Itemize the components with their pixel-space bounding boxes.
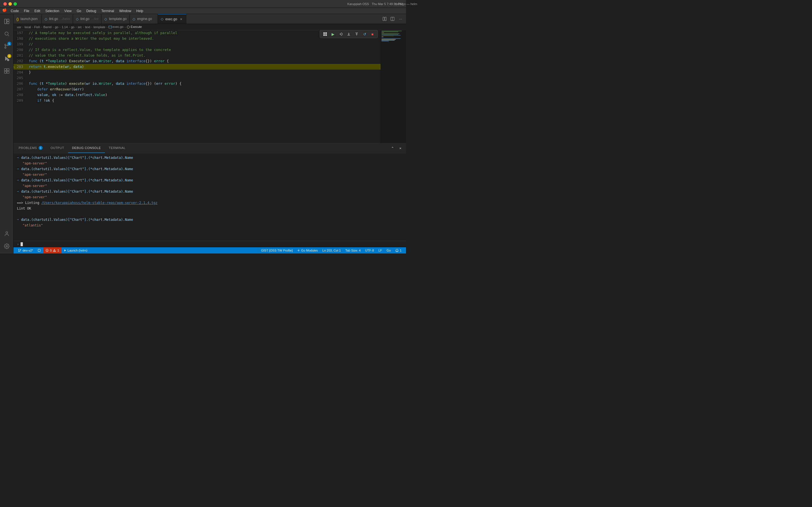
- tab-bar-actions: ···: [381, 14, 406, 24]
- svg-rect-12: [4, 69, 6, 71]
- panel-tab-output[interactable]: OUTPUT: [47, 144, 68, 153]
- extensions-icon[interactable]: [2, 66, 12, 76]
- tab-lint-lint[interactable]: ◇ lint.go .../lint: [73, 14, 101, 24]
- debug-out-button[interactable]: [353, 31, 360, 37]
- status-debug-label: Launch (helm): [68, 249, 87, 252]
- status-errors[interactable]: 0 1: [43, 247, 61, 253]
- account-icon[interactable]: [2, 229, 12, 239]
- panel-content: → data.(chartutil.Values)["Chart"].(*cha…: [13, 153, 406, 241]
- menu-debug[interactable]: Debug: [84, 8, 98, 13]
- status-gist[interactable]: GIST [OSS TW Profile]: [259, 247, 295, 253]
- menu-edit[interactable]: Edit: [32, 8, 43, 13]
- layout-button[interactable]: [389, 15, 396, 22]
- panel-tab-actions: ⌃ ×: [381, 144, 406, 153]
- debug-into-button[interactable]: [345, 31, 352, 37]
- lint-link[interactable]: /Users/karuppiahoss/helm-stable-repo/apm…: [42, 201, 158, 205]
- breadcrumb-go2[interactable]: go: [71, 25, 74, 29]
- status-go-modules-label: Go Modules: [301, 249, 318, 252]
- breadcrumb-barrel[interactable]: Barrel: [43, 25, 52, 29]
- svg-rect-24: [325, 33, 327, 34]
- panel-tab-debug-console[interactable]: DEBUG CONSOLE: [68, 144, 105, 153]
- status-sync[interactable]: [35, 247, 43, 253]
- debug-line-4: → data.(chartutil.Values)["Chart"].(*cha…: [17, 189, 403, 194]
- source-control-icon[interactable]: 1: [2, 41, 12, 51]
- breadcrumb-execute[interactable]: Execute: [126, 25, 142, 29]
- tab-template-go[interactable]: ◇ template.go: [101, 14, 130, 24]
- panel-input-row[interactable]: ›: [13, 241, 406, 247]
- explorer-icon[interactable]: [2, 16, 12, 26]
- activity-bar: 1 1: [0, 14, 13, 253]
- debug-restart-button[interactable]: ↺: [361, 31, 368, 37]
- menu-window[interactable]: Window: [117, 8, 134, 13]
- panel-tab-problems[interactable]: PROBLEMS 1: [15, 144, 47, 153]
- status-encoding[interactable]: UTF-8: [363, 247, 376, 253]
- debug-value-3: "apm-server": [17, 183, 403, 189]
- problems-badge: 1: [39, 146, 43, 150]
- menu-help[interactable]: Help: [134, 8, 146, 13]
- tab-exec-go[interactable]: ◇ exec.go ×: [158, 14, 186, 24]
- debug-over-button[interactable]: [338, 31, 344, 37]
- menu-file[interactable]: File: [22, 8, 32, 13]
- more-actions-button[interactable]: ···: [397, 15, 404, 22]
- breadcrumb-usr[interactable]: usr: [17, 25, 21, 29]
- status-go-modules[interactable]: Go Modules: [295, 247, 320, 253]
- status-line-ending[interactable]: LF: [376, 247, 384, 253]
- titlebar: exec.go — helm Karuppiah OSS Thu Mar 5 7…: [0, 0, 406, 8]
- code-line-200: 200 // If data is a reflect.Value, the t…: [13, 47, 380, 53]
- settings-icon[interactable]: [2, 241, 12, 251]
- split-editor-button[interactable]: [381, 15, 388, 22]
- search-icon[interactable]: [2, 29, 12, 39]
- code-line-201: 201 // value that the reflect.Value hold…: [13, 53, 380, 58]
- status-language[interactable]: Go: [384, 247, 393, 253]
- breadcrumb-114[interactable]: 1.14: [62, 25, 68, 29]
- status-debug[interactable]: Launch (helm): [61, 247, 90, 253]
- tab-close-exec[interactable]: ×: [179, 17, 183, 21]
- tab-launch-json[interactable]: {} launch.json: [13, 14, 42, 24]
- debug-icon[interactable]: 1: [2, 54, 12, 64]
- svg-rect-2: [7, 22, 9, 24]
- panel-cursor: [20, 242, 23, 246]
- breadcrumb-src[interactable]: src: [78, 25, 82, 29]
- menu-selection[interactable]: Selection: [43, 8, 61, 13]
- panel-tab-problems-label: PROBLEMS: [18, 146, 37, 150]
- breadcrumb-local[interactable]: local: [24, 25, 31, 29]
- menu-terminal[interactable]: Terminal: [99, 8, 116, 13]
- tab-icon-lint-helm: ◇: [45, 17, 47, 21]
- code-content[interactable]: 197 // A template may be executed safely…: [13, 30, 380, 143]
- status-tab-size-label: Tab Size: 4: [345, 249, 361, 252]
- maximize-button[interactable]: [13, 2, 17, 6]
- code-line-204: 204 }: [13, 69, 380, 75]
- empty-line: [17, 211, 403, 217]
- debug-grid-button[interactable]: [322, 31, 328, 37]
- titlebar-right: Karuppiah OSS Thu Mar 5 7:49:31 PM: [347, 2, 403, 6]
- panel-close-button[interactable]: ×: [397, 145, 404, 151]
- menu-go[interactable]: Go: [74, 8, 84, 13]
- status-notifications[interactable]: 1: [393, 247, 404, 253]
- svg-point-27: [18, 249, 19, 250]
- panel-chevron-up-button[interactable]: ⌃: [389, 145, 396, 151]
- panel-tab-terminal[interactable]: TERMINAL: [105, 144, 130, 153]
- menu-view[interactable]: View: [62, 8, 74, 13]
- breadcrumb-execgo[interactable]: exec.go: [109, 25, 123, 29]
- tab-icon-exec: ◇: [161, 17, 163, 21]
- close-button[interactable]: [3, 2, 7, 6]
- tab-lint-helm[interactable]: ◇ lint.go .../helm: [42, 14, 73, 24]
- svg-rect-14: [4, 71, 6, 73]
- tab-engine-go[interactable]: ◇ engine.go: [130, 14, 158, 24]
- breadcrumb-text[interactable]: text: [85, 25, 90, 29]
- apple-menu[interactable]: 🍎: [2, 8, 7, 12]
- status-tab-size[interactable]: Tab Size: 4: [343, 247, 363, 253]
- breadcrumb-fish[interactable]: Fish: [34, 25, 40, 29]
- code-line-206: 206 func (t *Template) execute(wr io.Wri…: [13, 81, 380, 87]
- menu-code[interactable]: Code: [8, 8, 21, 13]
- tab-path-lint-helm: .../helm: [60, 17, 70, 20]
- breadcrumb-template[interactable]: template: [93, 25, 105, 29]
- debug-continue-button[interactable]: ▶: [329, 31, 336, 37]
- debug-stop-button[interactable]: ■: [369, 31, 376, 37]
- panel-filter-button[interactable]: [381, 145, 388, 151]
- minimize-button[interactable]: [8, 2, 12, 6]
- status-position[interactable]: Ln 203, Col 1: [320, 247, 343, 253]
- minimap-content: [381, 30, 406, 42]
- breadcrumb-go[interactable]: go: [55, 25, 58, 29]
- status-branch[interactable]: dev-v2*: [16, 247, 35, 253]
